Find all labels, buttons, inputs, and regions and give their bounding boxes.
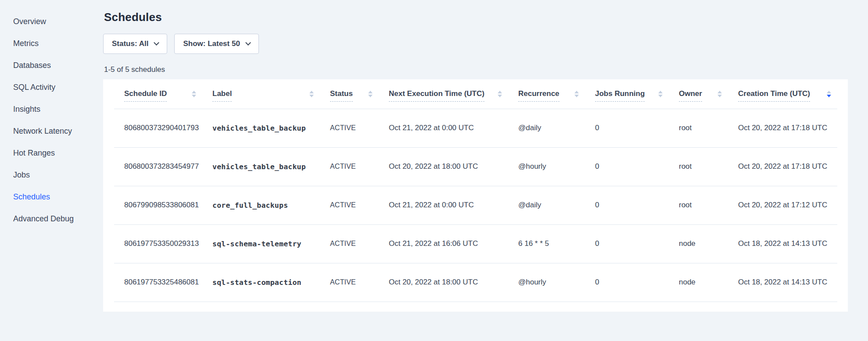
chevron-down-icon — [245, 40, 251, 46]
table-header-row: Schedule ID Label Status Next Execution … — [114, 79, 837, 109]
cell-next-execution: Oct 21, 2022 at 0:00 UTC — [379, 109, 508, 147]
cell-next-execution: Oct 20, 2022 at 18:00 UTC — [379, 147, 508, 186]
filter-bar: Status: All Show: Latest 50 — [103, 34, 848, 54]
column-header-creation-time[interactable]: Creation Time (UTC) — [728, 79, 837, 109]
column-header-label: Next Execution Time (UTC) — [389, 89, 484, 102]
schedules-table: Schedule ID Label Status Next Execution … — [114, 79, 837, 302]
cell-recurrence: @hourly — [508, 147, 585, 186]
column-header-label: Status — [330, 89, 353, 102]
cell-label: core_full_backups — [202, 186, 320, 224]
sidebar-item-advanced-debug[interactable]: Advanced Debug — [0, 208, 103, 230]
cell-schedule-id: 806197753325486081 — [114, 263, 202, 302]
sidebar-item-network-latency[interactable]: Network Latency — [0, 120, 103, 142]
cell-recurrence: @daily — [508, 109, 585, 147]
schedules-table-card: Schedule ID Label Status Next Execution … — [103, 79, 848, 312]
cell-creation-time: Oct 18, 2022 at 14:13 UTC — [728, 263, 837, 302]
sidebar-item-label: Metrics — [13, 39, 39, 48]
column-header-status[interactable]: Status — [320, 79, 379, 109]
cell-creation-time: Oct 20, 2022 at 17:18 UTC — [728, 147, 837, 186]
sidebar-item-label: Hot Ranges — [13, 149, 55, 158]
show-filter-label: Show: Latest 50 — [183, 39, 240, 48]
sidebar-item-label: Network Latency — [13, 127, 72, 136]
cell-status: ACTIVE — [320, 186, 379, 224]
cell-next-execution: Oct 20, 2022 at 18:00 UTC — [379, 263, 508, 302]
cell-recurrence: @daily — [508, 186, 585, 224]
sidebar-item-label: Advanced Debug — [13, 214, 74, 224]
table-row: 806800373290401793 vehicles_table_backup… — [114, 109, 837, 147]
column-header-label: Schedule ID — [124, 89, 167, 102]
cell-status: ACTIVE — [320, 263, 379, 302]
cell-recurrence: 6 16 * * 5 — [508, 224, 585, 263]
cell-next-execution: Oct 21, 2022 at 0:00 UTC — [379, 186, 508, 224]
status-filter-label: Status: All — [112, 39, 148, 48]
cell-schedule-id: 806800373283454977 — [114, 147, 202, 186]
sidebar-item-schedules[interactable]: Schedules — [0, 186, 103, 208]
sort-icon-active-desc — [827, 91, 831, 97]
chevron-down-icon — [154, 40, 160, 46]
column-header-label: Owner — [679, 89, 702, 102]
cell-owner: root — [669, 109, 728, 147]
cell-next-execution: Oct 21, 2022 at 16:06 UTC — [379, 224, 508, 263]
cell-status: ACTIVE — [320, 147, 379, 186]
column-header-label: Jobs Running — [595, 89, 645, 102]
cell-creation-time: Oct 20, 2022 at 17:18 UTC — [728, 109, 837, 147]
sidebar-item-insights[interactable]: Insights — [0, 98, 103, 120]
status-filter-dropdown[interactable]: Status: All — [103, 34, 167, 54]
cell-creation-time: Oct 18, 2022 at 14:13 UTC — [728, 224, 837, 263]
column-header-label: Creation Time (UTC) — [738, 89, 810, 102]
cell-jobs-running: 0 — [585, 186, 669, 224]
sidebar-item-label: Jobs — [13, 170, 30, 180]
table-row: 806800373283454977 vehicles_table_backup… — [114, 147, 837, 186]
column-header-label: Recurrence — [518, 89, 560, 102]
column-header-schedule-id[interactable]: Schedule ID — [114, 79, 202, 109]
cell-label: sql-stats-compaction — [202, 263, 320, 302]
column-header-owner[interactable]: Owner — [669, 79, 728, 109]
column-header-label[interactable]: Label — [202, 79, 320, 109]
cell-jobs-running: 0 — [585, 224, 669, 263]
cell-label: sql-schema-telemetry — [202, 224, 320, 263]
sidebar-item-label: Insights — [13, 105, 40, 114]
column-header-recurrence[interactable]: Recurrence — [508, 79, 585, 109]
table-row: 806799098533806081 core_full_backups ACT… — [114, 186, 837, 224]
cell-creation-time: Oct 20, 2022 at 17:12 UTC — [728, 186, 837, 224]
cell-schedule-id: 806800373290401793 — [114, 109, 202, 147]
cell-status: ACTIVE — [320, 224, 379, 263]
show-filter-dropdown[interactable]: Show: Latest 50 — [174, 34, 258, 54]
sidebar-item-label: Overview — [13, 17, 46, 26]
cell-schedule-id: 806799098533806081 — [114, 186, 202, 224]
sort-icon — [192, 91, 196, 97]
sidebar: Overview Metrics Databases SQL Activity … — [0, 0, 103, 341]
cell-jobs-running: 0 — [585, 263, 669, 302]
sidebar-item-metrics[interactable]: Metrics — [0, 32, 103, 54]
sidebar-item-label: Schedules — [13, 192, 50, 202]
sort-icon — [574, 91, 579, 97]
cell-owner: node — [669, 224, 728, 263]
main-content: Schedules Status: All Show: Latest 50 1-… — [103, 0, 868, 341]
cell-owner: root — [669, 186, 728, 224]
sort-icon — [309, 91, 314, 97]
sidebar-item-jobs[interactable]: Jobs — [0, 164, 103, 186]
sort-icon — [717, 91, 722, 97]
sidebar-item-overview[interactable]: Overview — [0, 11, 103, 32]
cell-owner: node — [669, 263, 728, 302]
cell-owner: root — [669, 147, 728, 186]
cell-label: vehicles_table_backup — [202, 147, 320, 186]
sidebar-item-label: Databases — [13, 61, 51, 70]
column-header-jobs-running[interactable]: Jobs Running — [585, 79, 669, 109]
table-row: 806197753350029313 sql-schema-telemetry … — [114, 224, 837, 263]
cell-status: ACTIVE — [320, 109, 379, 147]
sort-icon — [498, 91, 502, 97]
results-count: 1-5 of 5 schedules — [104, 65, 848, 74]
sidebar-item-sql-activity[interactable]: SQL Activity — [0, 76, 103, 98]
table-row: 806197753325486081 sql-stats-compaction … — [114, 263, 837, 302]
sidebar-item-databases[interactable]: Databases — [0, 54, 103, 76]
sort-icon — [658, 91, 663, 97]
column-header-label: Label — [212, 89, 232, 102]
cell-jobs-running: 0 — [585, 109, 669, 147]
sidebar-item-label: SQL Activity — [13, 83, 55, 92]
column-header-next-execution-time[interactable]: Next Execution Time (UTC) — [379, 79, 508, 109]
cell-label: vehicles_table_backup — [202, 109, 320, 147]
cell-schedule-id: 806197753350029313 — [114, 224, 202, 263]
sidebar-item-hot-ranges[interactable]: Hot Ranges — [0, 142, 103, 164]
sort-icon — [368, 91, 373, 97]
